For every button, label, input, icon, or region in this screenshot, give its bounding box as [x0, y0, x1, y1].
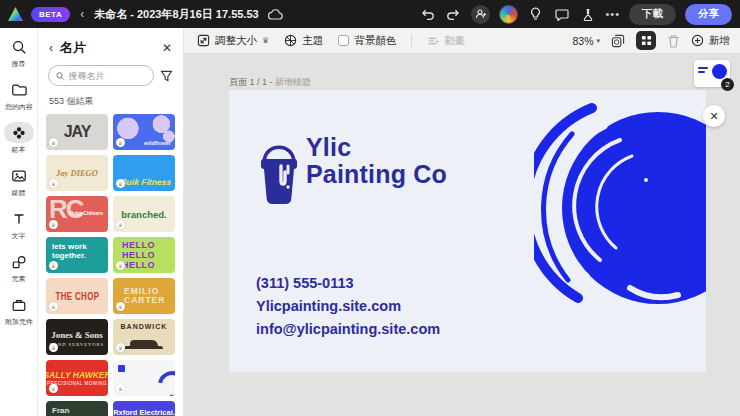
templates-icon — [4, 122, 34, 143]
lightbulb-icon[interactable] — [527, 6, 544, 23]
delete-page-button[interactable] — [667, 34, 680, 48]
pro-crown-icon: ♕ — [49, 302, 58, 311]
page-number: 頁面 1 / 1 - — [229, 77, 273, 87]
theme-label: 主題 — [302, 34, 323, 48]
template-thumb[interactable]: Fran Vanzant♕ — [46, 401, 108, 416]
panel-back-chevron-icon[interactable]: ‹ — [49, 41, 53, 55]
redo-icon[interactable] — [445, 6, 462, 23]
sidebar-item-media[interactable]: 媒體 — [0, 165, 38, 198]
experiments-flask-icon[interactable] — [579, 6, 596, 23]
phone-text[interactable]: (311) 555-0113 — [256, 272, 440, 295]
beta-badge: BETA — [31, 7, 70, 22]
template-title: Jones & Sons — [51, 330, 103, 340]
template-search-input[interactable] — [69, 71, 146, 81]
sidebar-item-templates[interactable]: 範本 — [0, 122, 38, 155]
template-thumb[interactable]: Quik Fitness♕ — [113, 155, 175, 191]
template-thumb[interactable]: branched.♕ — [113, 196, 175, 232]
zoom-level-value: 83% — [572, 35, 593, 47]
contact-info-text[interactable]: (311) 555-0113 Ylicpainting.site.com inf… — [256, 272, 440, 341]
more-options-button[interactable]: ••• — [605, 8, 620, 20]
template-grid: JAY♕wildflower♕Jay DIEGO♕Quik Fitness♕RC… — [38, 114, 183, 416]
grid-view-toggle[interactable] — [636, 31, 656, 50]
comments-icon[interactable] — [553, 6, 570, 23]
pro-crown-icon: ♛ — [262, 36, 269, 45]
page-preview-thumbnail[interactable]: 2 — [694, 60, 730, 87]
duplicate-page-button[interactable] — [611, 34, 625, 48]
results-count: 553 個結果 — [38, 90, 183, 114]
background-color-label: 背景顏色 — [354, 34, 396, 48]
template-thumb[interactable]: Jay DIEGO♕ — [46, 155, 108, 191]
template-thumb[interactable]: THE CHOP♕ — [46, 278, 108, 314]
template-thumb[interactable]: BANDWICK♕ — [113, 319, 175, 355]
pro-crown-icon: ♕ — [49, 138, 58, 147]
theme-icon — [284, 34, 297, 47]
animate-button[interactable]: 動畫 — [427, 34, 465, 48]
template-title: lets work together. — [52, 242, 98, 260]
pro-crown-icon: ♕ — [49, 343, 58, 352]
download-button[interactable]: 下載 — [629, 4, 676, 25]
paint-bucket-logo-icon[interactable] — [256, 132, 302, 206]
template-art — [118, 365, 125, 372]
close-selection-icon[interactable]: ✕ — [703, 105, 725, 127]
sidebar-item-label: 附加元件 — [5, 317, 33, 326]
canvas-area: 調整大小 ♛ 主題 背景顏色 動畫 83% ▾ — [184, 28, 740, 416]
document-title[interactable]: 未命名 - 2023年8月16日 17.55.53 — [94, 7, 258, 22]
template-title: JAY — [64, 123, 91, 141]
topbar: BETA ‹ 未命名 - 2023年8月16日 17.55.53 — [0, 0, 740, 28]
color-swatch — [338, 35, 349, 46]
add-page-button[interactable]: 新增 — [691, 34, 730, 48]
sidebar-rail: 搜尋您的內容範本媒體文字元素附加元件 — [0, 28, 38, 416]
sidebar-item-folder[interactable]: 您的內容 — [0, 79, 38, 112]
sidebar-item-label: 您的內容 — [5, 102, 33, 111]
template-thumb[interactable]: ♕ — [113, 360, 175, 396]
pro-crown-icon: ♕ — [49, 261, 58, 270]
share-button[interactable]: 分享 — [685, 4, 732, 25]
template-thumb[interactable]: HELLO HELLO HELLO♕ — [113, 237, 175, 273]
template-thumb[interactable]: RCRuby Chilvers♕ — [46, 196, 108, 232]
toolbar-divider — [411, 34, 412, 47]
template-subtitle: Ruby Chilvers — [69, 210, 103, 216]
design-page[interactable]: Ylic Painting Co (311) 555-0113 Ylicpain… — [229, 90, 706, 372]
workspace: 頁面 1 / 1 - 新增標題 — [184, 54, 740, 416]
sidebar-item-elements[interactable]: 元素 — [0, 251, 38, 284]
pro-crown-icon: ♕ — [116, 302, 125, 311]
sidebar-item-label: 範本 — [12, 145, 26, 154]
panel-close-icon[interactable]: ✕ — [162, 41, 172, 55]
company-name-text[interactable]: Ylic Painting Co — [306, 134, 456, 188]
resize-button[interactable]: 調整大小 ♛ — [197, 34, 269, 48]
filter-funnel-icon[interactable] — [160, 70, 173, 82]
animate-label: 動畫 — [444, 34, 465, 48]
sidebar-item-text[interactable]: 文字 — [0, 208, 38, 241]
app-logo-icon[interactable] — [8, 7, 23, 21]
zoom-level-control[interactable]: 83% ▾ — [572, 35, 600, 47]
theme-button[interactable]: 主題 — [284, 34, 323, 48]
template-thumb[interactable]: SALLY HAWKERPRECISIONAL MOWING♕ — [46, 360, 108, 396]
sidebar-item-search[interactable]: 搜尋 — [0, 36, 38, 69]
add-member-button[interactable] — [471, 5, 490, 24]
sidebar-item-addons[interactable]: 附加元件 — [0, 294, 38, 327]
media-icon — [4, 165, 34, 186]
addons-icon — [4, 294, 34, 315]
website-text[interactable]: Ylicpainting.site.com — [256, 295, 440, 318]
user-avatar[interactable] — [499, 5, 518, 24]
back-chevron-icon[interactable]: ‹ — [78, 8, 86, 20]
email-text[interactable]: info@ylicpainting.site.com — [256, 318, 440, 341]
pro-crown-icon: ♕ — [116, 261, 125, 270]
template-title: Jay DIEGO — [56, 168, 98, 178]
template-thumb[interactable]: lets work together.♕ — [46, 237, 108, 273]
template-thumb[interactable]: Jones & SonsLAND SURVEYORS♕ — [46, 319, 108, 355]
sidebar-item-label: 媒體 — [12, 188, 26, 197]
undo-icon[interactable] — [419, 6, 436, 23]
template-thumb[interactable]: EMILIO CARTER♕ — [113, 278, 175, 314]
add-title-link[interactable]: 新增標題 — [275, 77, 311, 87]
template-search — [48, 65, 154, 86]
template-thumb[interactable]: JAY♕ — [46, 114, 108, 150]
template-thumb[interactable]: wildflower♕ — [113, 114, 175, 150]
blue-brush-stroke-art[interactable] — [534, 92, 706, 354]
sidebar-item-label: 文字 — [12, 231, 26, 240]
pro-crown-icon: ♕ — [116, 384, 125, 393]
resize-label: 調整大小 — [215, 34, 257, 48]
template-thumb[interactable]: Rxford Electrical.///♕ — [113, 401, 175, 416]
cloud-sync-icon — [267, 6, 284, 23]
background-color-button[interactable]: 背景顏色 — [338, 34, 396, 48]
